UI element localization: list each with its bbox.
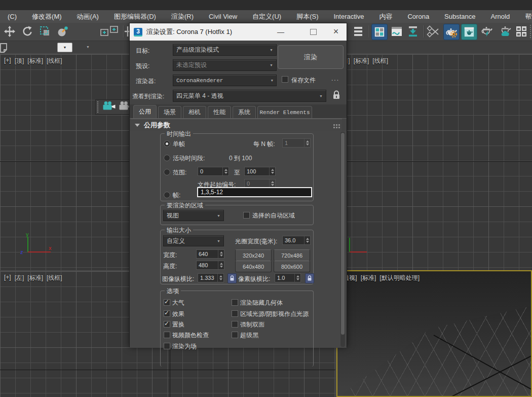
frames-input[interactable]: 1,3,5-12 xyxy=(197,187,312,197)
maximize-button[interactable] xyxy=(302,23,324,40)
render-setup-icon[interactable] xyxy=(443,24,460,40)
spinner-arrows-icon[interactable] xyxy=(222,167,229,175)
spinner-arrows-icon[interactable] xyxy=(218,250,224,258)
menu-item-scripting[interactable]: 脚本(S) xyxy=(289,12,326,21)
menu-item-corona[interactable]: Corona xyxy=(400,13,437,20)
menu-item-rendering[interactable]: 渲染(R) xyxy=(164,12,201,21)
menu-item-substance[interactable]: Substance xyxy=(437,13,483,20)
option-super-black-checkbox[interactable] xyxy=(232,332,238,338)
viewport-shading[interactable]: [线框] xyxy=(47,57,62,65)
option-render-hidden-checkbox[interactable] xyxy=(232,299,238,306)
minimize-button[interactable]: — xyxy=(270,23,292,40)
tab-common[interactable]: 公用 xyxy=(133,105,157,118)
rendered-frame-window-icon[interactable] xyxy=(461,24,477,40)
save-file-checkbox[interactable] xyxy=(282,76,288,83)
layer-manager-icon[interactable] xyxy=(351,24,366,39)
lock-view-icon[interactable] xyxy=(332,90,341,103)
scrollbar-thumb[interactable] xyxy=(341,133,345,335)
mini-dropdown-button[interactable]: ▼ xyxy=(57,43,72,52)
option-render-to-fields-checkbox[interactable] xyxy=(164,343,170,349)
viewport-standard[interactable]: [标准] xyxy=(27,274,43,282)
auto-region-checkbox[interactable] xyxy=(243,212,250,219)
target-dropdown[interactable]: 产品级渲染模式▼ xyxy=(173,44,277,56)
flyout-caret-icon[interactable]: ▼ xyxy=(86,45,90,49)
option-effects-checkbox[interactable] xyxy=(164,310,170,317)
tab-system[interactable]: 系统 xyxy=(233,106,256,118)
viewport-standard[interactable]: [标准] xyxy=(354,57,369,65)
scale-icon[interactable] xyxy=(37,24,53,39)
range-radio[interactable] xyxy=(164,169,170,175)
tab-scene[interactable]: 场景 xyxy=(158,106,181,118)
menu-item-c[interactable]: (C) xyxy=(0,13,24,20)
viewport-shading[interactable]: [默认明暗处理] xyxy=(379,274,420,282)
pixel-aspect-lock-icon[interactable] xyxy=(305,273,314,283)
dialog-titlebar[interactable]: 3 渲染设置: Corona 7 (Hotfix 1) — × xyxy=(130,23,347,41)
spinner-arrows-icon[interactable] xyxy=(304,139,310,147)
spinner-arrows-icon[interactable] xyxy=(269,179,275,188)
menu-item-animation[interactable]: 动画(A) xyxy=(69,12,106,21)
viewport-name[interactable]: [左] xyxy=(15,274,24,282)
pixel-aspect-spinner[interactable]: 1.0 xyxy=(275,273,301,282)
viewport-menu-plus[interactable]: [+] xyxy=(4,57,11,65)
use-center-icon[interactable] xyxy=(55,24,70,39)
viewport-name[interactable]: [顶] xyxy=(15,57,24,65)
menu-item-modifiers[interactable]: 修改器(M) xyxy=(24,12,69,21)
menu-item-customize[interactable]: 自定义(U) xyxy=(245,12,289,21)
spinner-arrows-icon[interactable] xyxy=(294,274,300,282)
height-spinner[interactable]: 480 xyxy=(196,261,224,270)
width-spinner[interactable]: 640 xyxy=(196,249,224,259)
viewport-shading[interactable]: [线框] xyxy=(372,57,388,65)
curve-editor-icon[interactable] xyxy=(389,24,404,39)
option-area-lights-checkbox[interactable] xyxy=(232,310,238,317)
viewport-standard[interactable]: [标准] xyxy=(361,274,376,282)
state-sets-icon[interactable] xyxy=(405,24,421,39)
viewport-standard[interactable]: [标准] xyxy=(27,57,43,65)
move-icon[interactable] xyxy=(2,24,17,39)
close-button[interactable]: × xyxy=(325,23,347,40)
tab-render-elements[interactable]: Render Elements xyxy=(257,106,312,118)
menu-item-civil-view[interactable]: Civil View xyxy=(201,13,245,20)
preset-dropdown[interactable]: 未选定预设▼ xyxy=(173,59,277,71)
view-to-render-dropdown[interactable]: 四元菜单 4 - 透视▼ xyxy=(173,90,326,102)
spinner-arrows-icon[interactable] xyxy=(218,261,224,269)
range-to-spinner[interactable]: 100 xyxy=(244,167,276,176)
preset-800x600-button[interactable]: 800x600 xyxy=(274,261,310,272)
toolbar-drag-handle[interactable] xyxy=(530,25,532,38)
spinner-arrows-icon[interactable] xyxy=(304,236,310,244)
menu-item-interactive[interactable]: Interactive xyxy=(326,13,371,20)
spinner-arrows-icon[interactable] xyxy=(269,167,275,175)
image-aspect-lock-icon[interactable] xyxy=(227,273,237,283)
active-segment-radio[interactable] xyxy=(164,155,170,161)
render-production-icon[interactable] xyxy=(479,24,495,39)
toolbar-drag-handle[interactable] xyxy=(97,101,100,113)
viewport-shading[interactable]: [线框] xyxy=(47,274,62,282)
snap-toggle-icon[interactable] xyxy=(99,24,121,39)
viewport-menu-plus[interactable]: [+] xyxy=(4,274,11,282)
single-frame-radio[interactable] xyxy=(164,140,170,147)
rollout-common-parameters[interactable]: 公用参数 xyxy=(131,119,342,131)
image-aspect-spinner[interactable]: 1.333 xyxy=(198,273,224,282)
material-editor-icon[interactable] xyxy=(371,24,388,40)
tab-performance[interactable]: 性能 xyxy=(208,106,231,118)
every-n-spinner[interactable]: 1 xyxy=(282,138,311,148)
rotate-icon[interactable] xyxy=(20,24,35,39)
render-button[interactable]: 渲染 xyxy=(278,45,344,69)
option-video-color-check-checkbox[interactable] xyxy=(164,332,170,338)
preset-640x480-button[interactable]: 640x480 xyxy=(235,261,272,272)
range-from-spinner[interactable]: 0 xyxy=(198,167,229,176)
aperture-spinner[interactable]: 36.0 xyxy=(282,236,311,245)
save-file-browse-button[interactable]: ... xyxy=(331,75,339,82)
viewport-front[interactable]: [前] [标准] [线框] z xyxy=(336,54,532,270)
option-displacement-checkbox[interactable] xyxy=(164,321,170,328)
preset-320x240-button[interactable]: 320x240 xyxy=(235,249,272,261)
menu-item-help[interactable]: 帮助 xyxy=(517,12,532,21)
area-mode-dropdown[interactable]: 视图▼ xyxy=(163,210,224,221)
viewport-perspective-active[interactable]: [透视] [标准] [默认明暗处理] xyxy=(336,270,532,397)
menu-item-arnold[interactable]: Arnold xyxy=(483,13,518,20)
batch-render-icon[interactable] xyxy=(514,24,529,39)
create-camera-icon[interactable] xyxy=(102,101,116,113)
preset-720x486-button[interactable]: 720x486 xyxy=(274,249,310,261)
rollout-grip-icon[interactable] xyxy=(333,124,335,126)
option-force-two-sided-checkbox[interactable] xyxy=(232,321,238,328)
tab-camera[interactable]: 相机 xyxy=(183,106,206,118)
